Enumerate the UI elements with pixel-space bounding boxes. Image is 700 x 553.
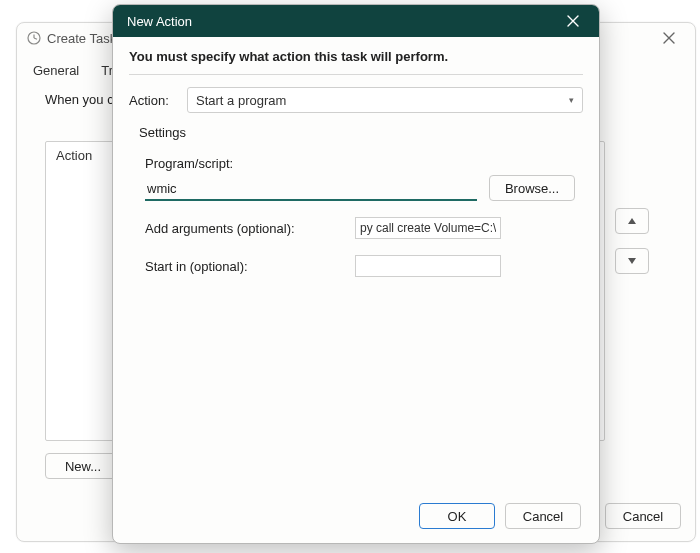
action-type-label: Action:: [129, 93, 187, 108]
actions-column-header: Action: [56, 148, 92, 163]
new-action-close-button[interactable]: [553, 5, 593, 37]
new-action-dialog: New Action You must specify what action …: [112, 4, 600, 544]
create-task-cancel-button[interactable]: Cancel: [605, 503, 681, 529]
new-action-title: New Action: [127, 14, 192, 29]
action-type-value: Start a program: [196, 93, 286, 108]
settings-group-label: Settings: [129, 123, 583, 146]
move-up-button[interactable]: [615, 208, 649, 234]
ok-button[interactable]: OK: [419, 503, 495, 529]
tab-general[interactable]: General: [29, 59, 83, 82]
action-order-buttons: [615, 208, 649, 274]
browse-button[interactable]: Browse...: [489, 175, 575, 201]
program-script-label: Program/script:: [145, 156, 575, 171]
task-scheduler-icon: [27, 31, 41, 45]
new-action-cancel-button[interactable]: Cancel: [505, 503, 581, 529]
action-type-combobox[interactable]: Start a program ▾: [187, 87, 583, 113]
svg-line-2: [34, 38, 37, 39]
create-task-title: Create Task: [47, 31, 116, 46]
chevron-down-icon: ▾: [569, 95, 574, 105]
program-script-input[interactable]: [145, 177, 477, 201]
add-arguments-input[interactable]: [355, 217, 501, 239]
new-action-hint: You must specify what action this task w…: [129, 49, 583, 74]
divider: [129, 74, 583, 75]
start-in-input[interactable]: [355, 255, 501, 277]
start-in-label: Start in (optional):: [145, 259, 355, 274]
move-down-button[interactable]: [615, 248, 649, 274]
new-action-button[interactable]: New...: [45, 453, 121, 479]
add-arguments-label: Add arguments (optional):: [145, 221, 355, 236]
new-action-titlebar: New Action: [113, 5, 599, 37]
create-task-close-button[interactable]: [651, 24, 687, 52]
